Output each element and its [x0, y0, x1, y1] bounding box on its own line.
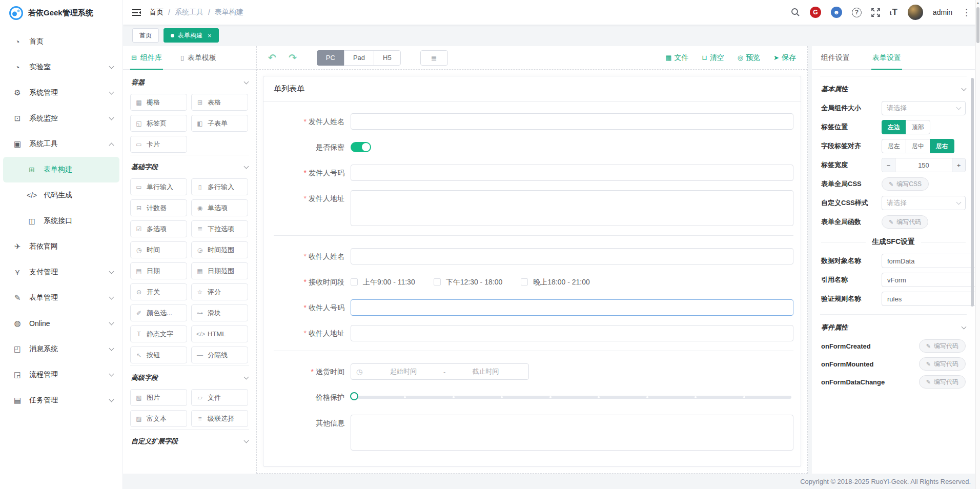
- tag-active[interactable]: 表单构建×: [164, 28, 219, 43]
- checkbox-option[interactable]: 上午9:00 - 11:30: [351, 274, 415, 290]
- sidebar-item[interactable]: ▣系统工具: [0, 131, 122, 157]
- window-scrollbar[interactable]: ▲: [975, 0, 980, 489]
- sidebar-item[interactable]: ◍Online: [0, 311, 122, 336]
- edit-code-button[interactable]: ✎编写代码: [919, 375, 966, 389]
- checkbox-option[interactable]: 晚上18:00 - 21:00: [521, 274, 590, 290]
- library-widget-滑块[interactable]: ⊶滑块: [191, 304, 248, 321]
- library-widget-富文本[interactable]: ▨富文本: [130, 410, 187, 427]
- scrollbar-thumb[interactable]: [976, 7, 979, 43]
- scroll-up-arrow-icon[interactable]: ▲: [976, 1, 980, 5]
- library-widget-日期[interactable]: ▤日期: [130, 262, 187, 279]
- library-widget-级联选择[interactable]: ≡级联选择: [191, 410, 248, 427]
- library-widget-评分[interactable]: ☆评分: [191, 283, 248, 300]
- slider-价格保护[interactable]: [351, 389, 793, 405]
- segment-option-顶部[interactable]: 顶部: [906, 120, 930, 134]
- library-widget-时间范围[interactable]: ◶时间范围: [191, 241, 248, 258]
- close-icon[interactable]: ×: [208, 32, 212, 39]
- device-button-H5[interactable]: H5: [374, 50, 401, 66]
- library-widget-单选项[interactable]: ◉单选项: [191, 199, 248, 216]
- sidebar-item[interactable]: ✈若依官网: [0, 234, 122, 259]
- tab-form-template[interactable]: ▯ 表单模板: [180, 46, 216, 69]
- library-widget-按钮[interactable]: ↖按钮: [130, 347, 187, 363]
- undo-icon[interactable]: ↶: [268, 52, 276, 64]
- library-section-header[interactable]: 基础字段: [131, 162, 248, 172]
- library-widget-文件[interactable]: ▱文件: [191, 389, 248, 406]
- redo-icon[interactable]: ↷: [289, 52, 297, 64]
- segment-option-居左[interactable]: 居左: [882, 139, 906, 153]
- sidebar-subitem[interactable]: ⊞表单构建: [3, 157, 119, 182]
- settings-scrollbar[interactable]: [971, 78, 974, 307]
- library-section-header[interactable]: 高级字段: [131, 373, 248, 382]
- outline-tree-button[interactable]: ≣: [420, 50, 448, 66]
- text-input-发件人号码[interactable]: [351, 165, 793, 181]
- edit-code-button[interactable]: ✎编写代码: [919, 357, 966, 371]
- select-自定义CSS样式[interactable]: 请选择: [882, 196, 966, 210]
- segment-option-左边[interactable]: 左边: [882, 120, 906, 134]
- github-icon[interactable]: ☻: [831, 7, 842, 18]
- library-widget-单行输入[interactable]: ▭单行输入: [130, 178, 187, 195]
- input-验证规则名称[interactable]: [882, 292, 975, 306]
- library-widget-HTML[interactable]: </>HTML: [191, 325, 248, 342]
- text-input-收件人地址[interactable]: [351, 325, 793, 341]
- sidebar-subitem[interactable]: ◫系统接口: [0, 208, 122, 234]
- basic-props-header[interactable]: 基本属性: [821, 85, 966, 94]
- input-数据对象名称[interactable]: [882, 254, 975, 268]
- library-widget-时间[interactable]: ◷时间: [130, 241, 187, 258]
- avatar[interactable]: [908, 5, 923, 20]
- gitee-icon[interactable]: G: [810, 7, 821, 18]
- sidebar-item[interactable]: ◲流程管理: [0, 362, 122, 388]
- library-widget-下拉选项[interactable]: ≣下拉选项: [191, 220, 248, 237]
- sidebar-item[interactable]: ◰消息系统: [0, 336, 122, 362]
- stepper-plus-button[interactable]: +: [952, 158, 965, 172]
- edit-code-button[interactable]: ✎编写代码: [882, 215, 928, 229]
- sidebar-subitem[interactable]: </>代码生成: [0, 182, 122, 208]
- time-range-picker[interactable]: ◷起始时间-截止时间: [351, 363, 529, 380]
- text-input-收件人号码[interactable]: [351, 299, 793, 316]
- library-widget-开关[interactable]: ⊙开关: [130, 283, 187, 300]
- library-section-header[interactable]: 容器: [131, 78, 248, 87]
- tab-component-library[interactable]: ⊟ 组件库: [131, 46, 162, 69]
- library-section-header[interactable]: 自定义扩展字段: [131, 437, 248, 446]
- library-widget-子表单[interactable]: ◧子表单: [191, 115, 248, 132]
- event-props-header[interactable]: 事件属性: [821, 323, 966, 332]
- edit-code-button[interactable]: ✎编写CSS: [882, 177, 929, 191]
- text-input-发件人姓名[interactable]: [351, 113, 793, 130]
- action-预览[interactable]: ◎预览: [738, 53, 760, 63]
- library-widget-图片[interactable]: ▧图片: [130, 389, 187, 406]
- library-widget-颜色选...[interactable]: ✐颜色选...: [130, 304, 187, 321]
- sidebar-item[interactable]: ◔实验室: [0, 54, 122, 80]
- toggle-switch-是否保密[interactable]: [351, 142, 371, 152]
- library-widget-分隔线[interactable]: —分隔线: [191, 347, 248, 363]
- segment-option-居右[interactable]: 居右: [930, 139, 954, 153]
- checkbox-option[interactable]: 下午12:30 - 18:00: [434, 274, 503, 290]
- library-widget-表格[interactable]: ⊞表格: [191, 94, 248, 111]
- help-icon[interactable]: ?: [852, 8, 862, 17]
- tab-form-settings[interactable]: 表单设置: [872, 46, 901, 69]
- action-清空[interactable]: ⊔清空: [702, 53, 724, 63]
- textarea-其他信息[interactable]: [351, 415, 793, 451]
- more-dots-icon[interactable]: ⋮: [962, 7, 971, 18]
- device-button-PC[interactable]: PC: [317, 50, 344, 66]
- library-widget-卡片[interactable]: ▭卡片: [130, 136, 187, 153]
- breadcrumb-item[interactable]: 首页: [149, 8, 164, 17]
- slider-handle[interactable]: [350, 392, 358, 400]
- select-全局组件大小[interactable]: 请选择: [882, 101, 966, 115]
- library-widget-多行输入[interactable]: ▯多行输入: [191, 178, 248, 195]
- device-button-Pad[interactable]: Pad: [344, 50, 374, 66]
- action-文件[interactable]: ▦文件: [665, 53, 688, 63]
- sidebar-item[interactable]: ⊡系统监控: [0, 106, 122, 131]
- sidebar-item[interactable]: ◔首页: [0, 29, 122, 54]
- sidebar-item[interactable]: ✎表单管理: [0, 285, 122, 311]
- sidebar-item[interactable]: ¥支付管理: [0, 259, 122, 285]
- app-logo[interactable]: 若依Geek管理系统: [0, 0, 122, 26]
- text-input-收件人姓名[interactable]: [351, 248, 793, 264]
- library-widget-日期范围[interactable]: ▦日期范围: [191, 262, 248, 279]
- fullscreen-icon[interactable]: [871, 8, 880, 17]
- library-widget-计数器[interactable]: ⊟计数器: [130, 199, 187, 216]
- tag-item[interactable]: 首页: [132, 28, 159, 43]
- library-widget-静态文字[interactable]: T静态文字: [130, 325, 187, 342]
- sidebar-item[interactable]: ▤任务管理: [0, 388, 122, 413]
- sidebar-item[interactable]: ⚙系统管理: [0, 80, 122, 106]
- edit-code-button[interactable]: ✎编写代码: [919, 339, 966, 353]
- textarea-发件人地址[interactable]: [351, 190, 793, 226]
